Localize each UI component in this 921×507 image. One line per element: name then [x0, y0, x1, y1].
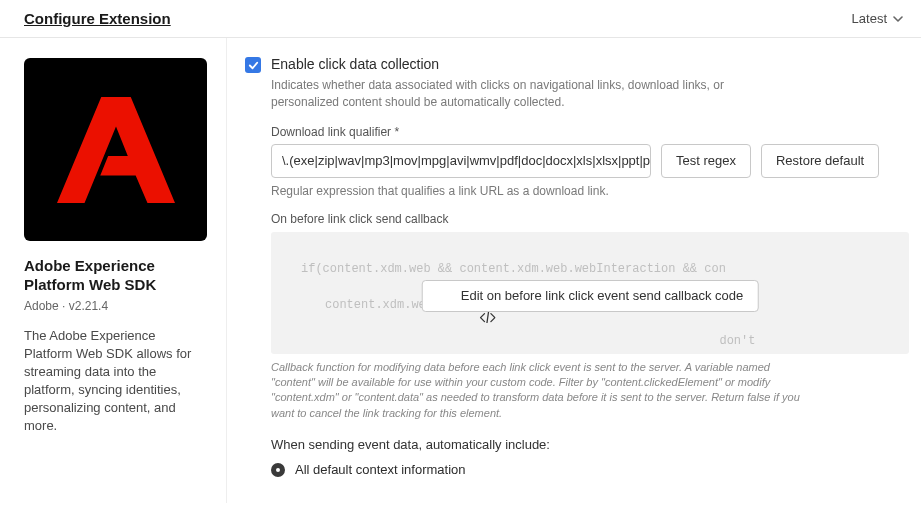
radio-all-default[interactable] — [271, 463, 285, 477]
extension-meta: Adobe · v2.21.4 — [24, 299, 206, 313]
enable-click-help: Indicates whether data associated with c… — [271, 77, 751, 111]
code-icon — [437, 290, 453, 302]
enable-click-label: Enable click data collection — [271, 56, 439, 72]
download-qualifier-label: Download link qualifier * — [271, 125, 909, 139]
edit-callback-label: Edit on before link click event send cal… — [461, 286, 744, 306]
version-selector[interactable]: Latest — [852, 11, 903, 26]
radio-all-default-label: All default context information — [295, 462, 466, 477]
test-regex-button[interactable]: Test regex — [661, 144, 751, 178]
version-selector-label: Latest — [852, 11, 887, 26]
callback-description: Callback function for modifying data bef… — [271, 360, 801, 422]
auto-include-label: When sending event data, automatically i… — [271, 437, 909, 452]
page-title[interactable]: Configure Extension — [24, 10, 171, 27]
callback-label: On before link click send callback — [271, 212, 909, 226]
content: Enable click data collection Indicates w… — [227, 38, 921, 503]
extension-logo — [24, 58, 207, 241]
extension-name: Adobe Experience Platform Web SDK — [24, 257, 206, 295]
enable-click-checkbox[interactable] — [245, 57, 261, 73]
callback-code-preview: if(content.xdm.web && content.xdm.web.we… — [271, 232, 909, 354]
download-qualifier-input[interactable]: \.(exe|zip|wav|mp3|mov|mpg|avi|wmv|pdf|d… — [271, 144, 651, 178]
download-qualifier-help: Regular expression that qualifies a link… — [271, 184, 909, 198]
sidebar: Adobe Experience Platform Web SDK Adobe … — [0, 38, 227, 503]
chevron-down-icon — [893, 14, 903, 24]
restore-default-button[interactable]: Restore default — [761, 144, 879, 178]
edit-callback-button[interactable]: Edit on before link click event send cal… — [422, 280, 759, 312]
extension-description: The Adobe Experience Platform Web SDK al… — [24, 327, 206, 436]
